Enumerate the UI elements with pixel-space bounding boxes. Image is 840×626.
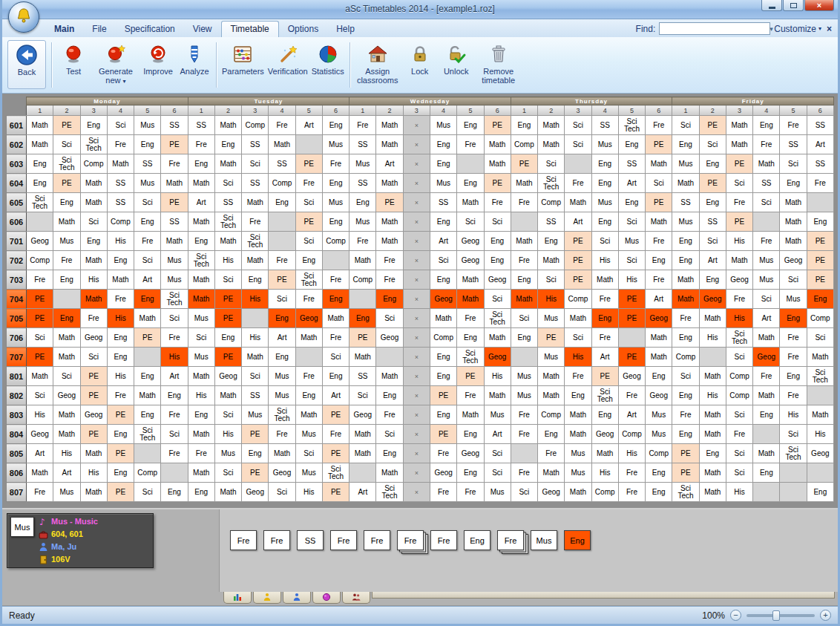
timetable-cell[interactable] (161, 463, 188, 483)
timetable-cell[interactable]: Math (27, 367, 53, 386)
timetable-cell[interactable]: Sci (672, 367, 699, 386)
timetable-cell[interactable]: His (214, 425, 241, 444)
timetable-cell[interactable]: Math (646, 212, 672, 232)
timetable-cell[interactable]: Fre (726, 193, 752, 212)
timetable-cell[interactable]: Mus (161, 251, 188, 270)
timetable-cell[interactable]: Eng (242, 444, 269, 463)
timetable-cell[interactable]: SS (188, 116, 214, 135)
timetable-cell[interactable]: Eng (322, 212, 349, 232)
timetable-cell[interactable]: Sci Tech (807, 367, 833, 386)
timetable-cell[interactable]: Sci (214, 174, 241, 193)
timetable-cell[interactable]: Sci Tech (376, 483, 403, 502)
timetable-cell[interactable]: Fre (591, 328, 618, 348)
timetable-cell[interactable]: Fre (807, 174, 833, 193)
timetable-cell[interactable]: Eng (188, 483, 214, 502)
timetable-cell[interactable] (753, 483, 780, 502)
timetable-cell[interactable]: Comp (565, 290, 591, 309)
timetable-cell[interactable]: Comp (107, 212, 134, 232)
timetable-cell[interactable]: Mus (484, 405, 511, 425)
timetable-cell[interactable]: Math (350, 251, 376, 270)
timetable-cell[interactable]: Sci (457, 212, 484, 232)
timetable-cell[interactable]: Fre (511, 425, 537, 444)
timetable-cell[interactable]: Eng (322, 174, 349, 193)
timetable-cell[interactable]: Mus (753, 270, 780, 290)
timetable-cell[interactable]: Art (591, 348, 618, 367)
row-label[interactable]: 801 (7, 367, 27, 386)
timetable-cell[interactable]: Math (726, 135, 752, 154)
timetable-cell[interactable]: Math (376, 212, 403, 232)
timetable-cell[interactable]: Math (53, 212, 80, 232)
timetable-cell[interactable]: Eng (780, 309, 807, 328)
timetable-cell[interactable]: Mus (269, 386, 295, 405)
timetable-cell[interactable]: Eng (269, 193, 295, 212)
timetable-cell[interactable]: Fre (780, 386, 807, 405)
timetable-cell[interactable]: His (699, 328, 726, 348)
row-label[interactable]: 601 (7, 116, 27, 135)
timetable-cell[interactable]: Eng (430, 348, 456, 367)
timetable-cell[interactable]: Math (269, 444, 295, 463)
timetable-cell[interactable]: PE (565, 232, 591, 251)
timetable-cell[interactable]: Geog (350, 405, 376, 425)
timetable-cell[interactable]: Mus (430, 116, 456, 135)
menu-tab-timetable[interactable]: Timetable (221, 21, 279, 37)
timetable-cell[interactable]: PE (53, 116, 80, 135)
timetable-cell[interactable]: PE (107, 444, 134, 463)
timetable-cell[interactable]: SS (269, 154, 295, 174)
timetable-cell[interactable]: Art (807, 135, 833, 154)
timetable-cell[interactable]: Sci (807, 328, 833, 348)
timetable-cell[interactable]: His (107, 309, 134, 328)
timetable-cell[interactable]: Math (188, 425, 214, 444)
generate-new-button[interactable]: Generate new ▾ (92, 40, 140, 88)
menu-tab-options[interactable]: Options (279, 22, 327, 37)
row-label[interactable]: 603 (7, 154, 27, 174)
timetable-cell[interactable]: Math (565, 405, 591, 425)
timetable-cell[interactable]: Math (565, 425, 591, 444)
timetable-cell[interactable]: Fre (161, 444, 188, 463)
timetable-cell[interactable]: Math (807, 348, 833, 367)
unplaced-card[interactable]: Fre (330, 530, 357, 550)
timetable-cell[interactable] (565, 154, 591, 174)
timetable-cell[interactable]: Math (726, 116, 752, 135)
timetable-cell[interactable]: His (780, 405, 807, 425)
timetable-cell[interactable]: His (107, 367, 134, 386)
row-label[interactable]: 602 (7, 135, 27, 154)
timetable-cell[interactable]: Eng (672, 328, 699, 348)
timetable-cell[interactable]: Fre (780, 348, 807, 367)
timetable-cell[interactable]: PE (484, 116, 511, 135)
timetable-cell[interactable]: Math (484, 386, 511, 405)
verification-button[interactable]: Verification (266, 40, 309, 78)
timetable-cell[interactable]: × (403, 405, 430, 425)
timetable-cell[interactable]: PE (27, 290, 53, 309)
timetable-cell[interactable]: Fre (780, 116, 807, 135)
timetable-cell[interactable]: His (618, 270, 645, 290)
timetable-cell[interactable]: Geog (430, 463, 456, 483)
timetable-cell[interactable]: Eng (780, 367, 807, 386)
timetable-cell[interactable]: Sci (618, 251, 645, 270)
timetable-cell[interactable]: Geog (457, 251, 484, 270)
timetable-cell[interactable]: Sci (538, 154, 565, 174)
timetable-cell[interactable]: Eng (618, 193, 645, 212)
timetable-cell[interactable]: Mus (511, 386, 537, 405)
unplaced-card[interactable]: Fre (364, 530, 390, 550)
timetable-cell[interactable]: Math (672, 174, 699, 193)
timetable-cell[interactable] (134, 444, 161, 463)
timetable-cell[interactable]: Geog (780, 251, 807, 270)
timetable-cell[interactable]: Math (80, 193, 107, 212)
timetable-cell[interactable]: × (403, 367, 430, 386)
row-label[interactable]: 706 (7, 328, 27, 348)
remove-timetable-button[interactable]: Remove timetable (475, 40, 522, 87)
timetable-cell[interactable]: Sci Tech (80, 135, 107, 154)
timetable-cell[interactable]: SS (538, 212, 565, 232)
timetable-cell[interactable]: Fre (295, 367, 322, 386)
timetable-cell[interactable]: Math (107, 154, 134, 174)
timetable-cell[interactable] (242, 309, 269, 328)
timetable-cell[interactable]: Mus (350, 212, 376, 232)
timetable-cell[interactable]: His (726, 483, 752, 502)
timetable-cell[interactable]: SS (107, 193, 134, 212)
timetable-cell[interactable]: Sci (591, 232, 618, 251)
timetable-cell[interactable]: × (403, 135, 430, 154)
timetable-cell[interactable] (376, 348, 403, 367)
timetable-cell[interactable] (699, 348, 726, 367)
timetable-cell[interactable] (511, 348, 537, 367)
timetable-cell[interactable]: Sci (753, 193, 780, 212)
